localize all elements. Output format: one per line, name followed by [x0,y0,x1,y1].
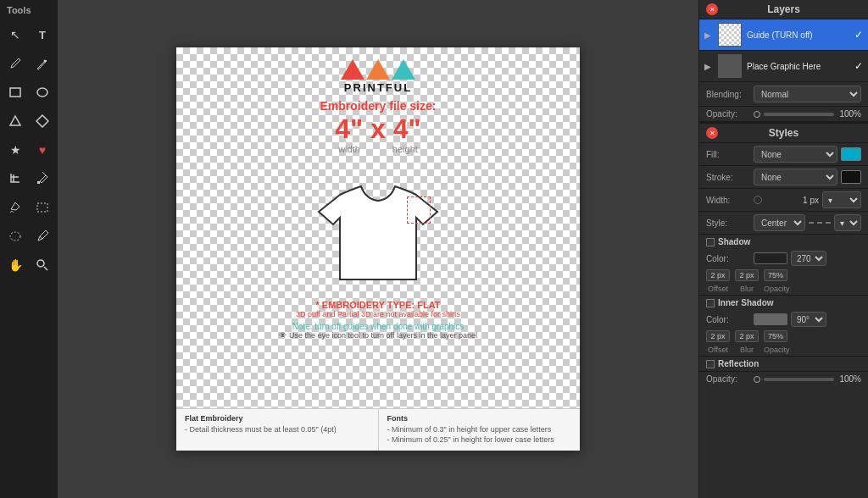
shirt-illustration [314,165,442,292]
paint-bucket-tool[interactable] [3,195,28,220]
final-opacity-bar[interactable] [764,378,834,381]
star-tool[interactable]: ★ [3,137,28,163]
bottom-info: Flat Embroidery - Detail thickness must … [176,408,580,451]
inner-shadow-opacity-val[interactable]: 75% [764,330,787,342]
triangle-tool[interactable] [3,108,28,134]
svg-rect-6 [37,203,47,212]
layers-close-button[interactable]: ✕ [706,3,718,15]
layers-panel-header: ✕ Layers [699,0,868,19]
shadow-opacity-val[interactable]: 75% [764,269,787,281]
diamond-tool[interactable] [30,108,55,134]
inner-shadow-angle-select[interactable]: 90° [791,312,826,327]
ellipse-select-tool[interactable] [3,224,28,249]
shadow-offset-label: Offset [706,285,730,293]
inner-shadow-color-label: Color: [706,315,750,324]
svg-point-8 [37,260,44,267]
shadow-checkbox[interactable] [706,238,715,246]
styles-close-button[interactable]: ✕ [706,127,718,139]
shadow-opacity-label: Opacity [764,285,787,293]
eyedropper-tool[interactable] [30,166,55,191]
blending-select[interactable]: Normal [754,86,861,102]
inner-shadow-section: Inner Shadow Color: 90° 2 px 2 px 75% Of… [699,296,868,357]
layer-thumb-graphic [718,54,742,78]
cursor-tool[interactable]: ↖ [3,22,28,47]
brush-tool[interactable] [30,51,55,76]
final-opacity-row: Opacity: 100% [699,372,868,386]
crop-tool[interactable] [3,166,28,191]
layer-item-guide[interactable]: ▶ Guide (TURN off) ✓ [699,19,868,51]
opacity-dot [754,111,760,118]
logo-triangles [341,59,415,80]
shadow-offset-val[interactable]: 2 px [706,269,730,281]
shirt-container [310,161,446,296]
style-select[interactable]: Center [754,214,805,231]
fill-label: Fill: [706,150,750,159]
height-label: height [392,144,418,154]
ellipse-tool[interactable] [30,80,55,105]
reflection-label: Reflection [718,359,759,368]
fill-row: Fill: None [699,143,868,166]
shadow-color-swatch[interactable] [754,252,787,264]
fonts-col-title: Fonts [387,414,572,423]
opacity-value: 100% [837,109,861,119]
canvas-area: PRINTFUL Embroidery file size: 4" x 4" w… [58,0,698,498]
inner-shadow-offset-label: Offset [706,346,730,354]
note-text: Note: turn off guides when done with gra… [292,322,465,331]
inner-shadow-color-row: Color: 90° [699,310,868,329]
width-unit-select[interactable]: ▾ [822,191,861,208]
eye-icon: 👁 [279,331,287,340]
text-tool[interactable]: T [30,22,55,47]
shadow-color-label: Color: [706,254,750,263]
embroidery-col-title: Flat Embroidery [185,414,370,423]
rect-select-tool[interactable] [30,195,55,220]
blending-label: Blending: [706,90,750,99]
canvas-document: PRINTFUL Embroidery file size: 4" x 4" w… [176,47,580,451]
fill-select[interactable]: None [754,146,837,163]
shadow-blur-val[interactable]: 2 px [735,269,759,281]
toolbar: Tools ↖ T ★ ♥ [0,0,58,498]
shadow-angle-select[interactable]: 270° [791,251,826,266]
embroidery-sub: 3D puff and Partial 3D are not available… [296,310,460,318]
reflection-section: Reflection [699,357,868,372]
logo-text: PRINTFUL [344,81,412,94]
embroidery-col-item-1: - Detail thickness must be at least 0.05… [185,424,370,435]
heart-tool[interactable]: ♥ [30,137,55,163]
inner-shadow-labels-row: Offset Blur Opacity [699,344,868,356]
svg-point-7 [10,232,20,241]
reflection-checkbox[interactable] [706,360,715,368]
opacity-row: Opacity: 100% [699,107,868,122]
embroidery-title: Embroidery file size: [320,99,437,113]
stroke-select[interactable]: None [754,169,837,185]
stroke-swatch[interactable] [841,170,861,184]
inner-shadow-checkbox[interactable] [706,299,715,307]
inner-shadow-offset-val[interactable]: 2 px [706,330,730,342]
inner-shadow-blur-val[interactable]: 2 px [735,330,759,342]
inner-shadow-label: Inner Shadow [718,298,774,307]
zoom-tool[interactable] [30,252,55,278]
inner-shadow-color-swatch[interactable] [754,313,787,325]
pen-tool[interactable] [3,51,28,76]
fill-swatch[interactable] [841,147,861,161]
inner-shadow-opacity-label: Opacity [764,346,787,354]
final-opacity-value: 100% [837,374,861,384]
layer-check-graphic: ✓ [854,60,863,72]
hand-tool[interactable]: ✋ [3,252,28,278]
style-row: Style: Center ▾ [699,212,868,235]
placement-box [407,196,431,224]
opacity-bar[interactable] [764,113,834,116]
line-style-select[interactable]: ▾ [834,214,861,231]
styles-panel-header: ✕ Styles [699,122,868,143]
fonts-col-item-1: - Minimum of 0.3" in height for upper ca… [387,424,572,435]
pencil-tool[interactable] [30,224,55,249]
svg-marker-4 [36,115,48,127]
layer-item-graphic[interactable]: ▶ Place Graphic Here ✓ [699,51,868,82]
stroke-row: Stroke: None [699,166,868,189]
doc-content: PRINTFUL Embroidery file size: 4" x 4" w… [176,47,580,451]
logo-tri-red [341,59,364,80]
layer-thumb-guide [718,23,742,47]
layer-label-guide: Guide (TURN off) [747,30,849,40]
opacity-label: Opacity: [706,109,750,119]
rect-tool[interactable] [3,80,28,105]
toolbar-title: Tools [0,5,31,15]
shadow-blur-label: Blur [735,285,759,293]
